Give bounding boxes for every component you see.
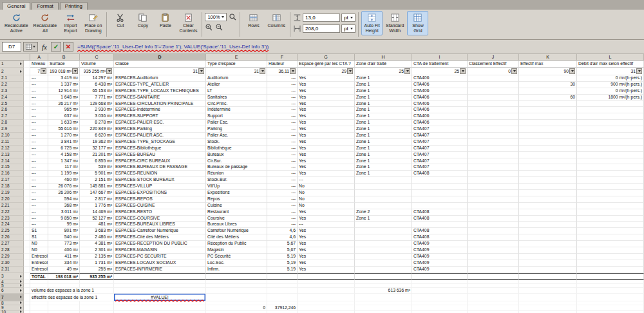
cell[interactable] [30, 311, 48, 313]
cell[interactable]: --- [30, 95, 48, 101]
cell[interactable]: Zone 1 [355, 88, 412, 95]
cell[interactable]: --- [30, 120, 48, 126]
cell[interactable]: --- [30, 158, 48, 165]
row-header-2.20[interactable]: 2.20 [0, 196, 24, 203]
cell[interactable] [468, 247, 519, 254]
row-header-2.8[interactable]: 2.8 [0, 120, 24, 126]
cell[interactable] [519, 88, 577, 95]
cell[interactable]: Zone 1 [355, 126, 412, 133]
cell[interactable]: ESPACES-REPOS [114, 196, 206, 203]
formula-input[interactable]: =SUM(('Space'.'11_User-Def Info 5'='Zone… [77, 44, 269, 50]
row-header-2.10[interactable]: 2.10 [0, 133, 24, 139]
cell[interactable]: ESPACES-Auditorium [114, 75, 206, 82]
cell[interactable]: effectifs des espaces de la zone 1 [30, 294, 114, 301]
cell[interactable]: S1 [30, 234, 48, 241]
cell[interactable]: --- [30, 75, 48, 82]
cell[interactable]: --- [30, 164, 48, 171]
cell[interactable]: Stock. [206, 139, 267, 146]
cell[interactable]: 0 m³/(h·pers.) [577, 75, 644, 82]
cell[interactable]: --- [298, 222, 355, 228]
cell[interactable] [412, 196, 468, 203]
cell[interactable]: ESPACES-Cité des Métiers [114, 234, 206, 241]
cell[interactable]: ESPACES-VILLUP [114, 184, 206, 190]
cell[interactable]: Zone 1 [355, 164, 412, 171]
cell[interactable]: Yes [298, 260, 355, 267]
cell[interactable] [355, 294, 412, 301]
row-header-2.17[interactable]: 2.17 [0, 177, 24, 184]
cell[interactable]: CTA408 [412, 228, 468, 234]
cell[interactable]: Yes [298, 139, 355, 146]
cell[interactable]: 14 297 m³ [80, 75, 114, 82]
cell[interactable]: 37912,246 [267, 305, 298, 311]
cell[interactable] [577, 158, 644, 165]
zoom-level-select[interactable]: 100% [205, 13, 227, 21]
cell[interactable] [519, 267, 577, 273]
cell[interactable]: ESPACES-REUNION [114, 171, 206, 177]
row-header-2.18[interactable]: 2.18 [0, 184, 24, 190]
cell[interactable] [468, 126, 519, 133]
cell[interactable]: Zone 1 [355, 101, 412, 108]
cell[interactable]: Zone 2 [355, 209, 412, 216]
cell[interactable] [577, 254, 644, 260]
cell[interactable]: --- [267, 190, 298, 196]
row-header-2.31[interactable]: 2.31 [0, 267, 24, 273]
cell[interactable] [468, 158, 519, 165]
row-header-2.21[interactable]: 2.21 [0, 203, 24, 209]
cell[interactable]: ESPACES-LOCAUX SOCIAUX [114, 260, 206, 267]
row-header-2.29[interactable]: 2.29 [0, 254, 24, 260]
cell[interactable]: --- [267, 152, 298, 158]
cell[interactable] [468, 209, 519, 216]
cell[interactable]: CTA406 [412, 101, 468, 108]
cell[interactable]: Stock.Bur. [206, 177, 267, 184]
cell[interactable] [519, 311, 577, 313]
cell[interactable]: Surface [48, 61, 80, 68]
cell[interactable]: Carrefour Numérique [206, 228, 267, 234]
cell[interactable]: --- [267, 216, 298, 222]
cell[interactable] [114, 305, 206, 311]
cell[interactable]: CTA409 [412, 247, 468, 254]
cell[interactable] [468, 164, 519, 171]
cell[interactable]: No [298, 196, 355, 203]
cell[interactable]: CTA406 [412, 75, 468, 82]
cell[interactable]: 8 278 m³ [80, 120, 114, 126]
cell[interactable] [468, 139, 519, 146]
cell[interactable]: CTA409 [412, 267, 468, 273]
cell[interactable]: 147 667 m³ [80, 190, 114, 196]
cell[interactable] [355, 247, 412, 254]
cell[interactable] [267, 294, 298, 301]
cell[interactable] [412, 190, 468, 196]
cell[interactable] [577, 311, 644, 313]
cell[interactable]: 4,6 [267, 228, 298, 234]
cell[interactable]: ESPACES-BUREAU [114, 152, 206, 158]
cell[interactable] [355, 305, 412, 311]
cell[interactable] [355, 222, 412, 228]
cell[interactable]: PC Sécurité [206, 254, 267, 260]
cell[interactable]: 117 m² [48, 164, 80, 171]
cell[interactable]: Yes [298, 88, 355, 95]
cell[interactable]: --- [267, 146, 298, 152]
cell[interactable]: 0 m³/(h·pers.) [577, 88, 644, 95]
cell[interactable] [468, 120, 519, 126]
cell[interactable]: CTA407 [412, 126, 468, 133]
cell[interactable] [468, 82, 519, 88]
row-header-2.7[interactable]: 2.7 [0, 113, 24, 120]
cell[interactable]: 5,19 [267, 260, 298, 267]
cell[interactable]: ESPACES-MAGASIN [114, 247, 206, 254]
cell[interactable]: --- [30, 190, 48, 196]
cell[interactable]: --- [298, 177, 355, 184]
cell[interactable]: Volume [80, 61, 114, 68]
summary-cell[interactable]: 31 [114, 68, 206, 75]
selected-cell[interactable]: #VALUE! [114, 294, 206, 301]
cell[interactable]: 52 127 m³ [80, 216, 114, 222]
cell[interactable]: --- [267, 196, 298, 203]
cell[interactable] [577, 267, 644, 273]
cell[interactable] [412, 203, 468, 209]
cell[interactable] [267, 288, 298, 294]
cell[interactable]: Vill'Up [206, 184, 267, 190]
cell[interactable]: Bureaux [206, 152, 267, 158]
cell[interactable] [468, 294, 519, 301]
cell[interactable]: Entresol [30, 260, 48, 267]
cell[interactable]: 3 841 m² [48, 139, 80, 146]
cell[interactable] [468, 133, 519, 139]
cell[interactable] [519, 260, 577, 267]
